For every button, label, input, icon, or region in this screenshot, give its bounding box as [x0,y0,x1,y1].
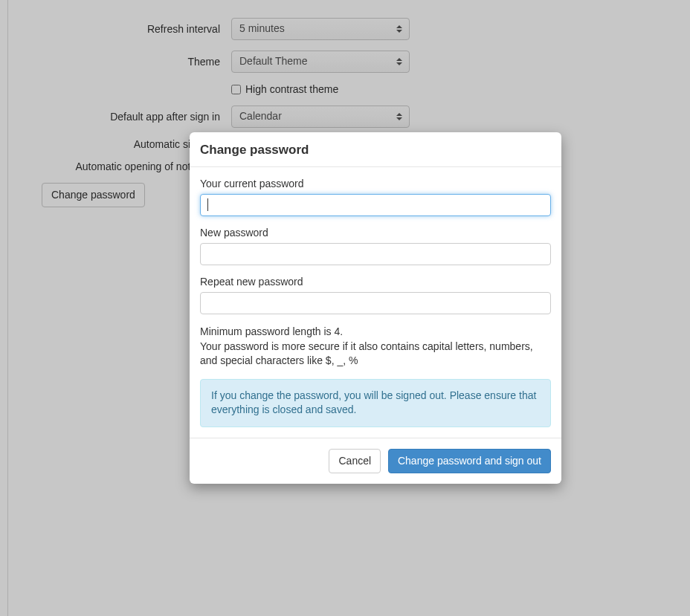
modal-body: Your current password New password Repea… [190,167,561,438]
change-password-modal: Change password Your current password Ne… [190,132,561,484]
modal-title: Change password [200,143,551,158]
modal-header: Change password [190,132,561,167]
current-password-input[interactable] [200,194,551,216]
password-hint: Minimum password length is 4. Your passw… [200,325,551,369]
new-password-label: New password [200,227,551,239]
repeat-password-label: Repeat new password [200,276,551,288]
submit-button[interactable]: Change password and sign out [388,449,551,473]
cancel-button[interactable]: Cancel [329,449,381,473]
new-password-input[interactable] [200,243,551,265]
repeat-password-input[interactable] [200,292,551,314]
signout-warning: If you change the password, you will be … [200,379,551,427]
password-hint-line2: Your password is more secure if it also … [200,340,533,367]
current-password-label: Your current password [200,178,551,189]
text-caret [207,198,208,211]
modal-footer: Cancel Change password and sign out [190,438,561,484]
password-hint-line1: Minimum password length is 4. [200,325,343,337]
